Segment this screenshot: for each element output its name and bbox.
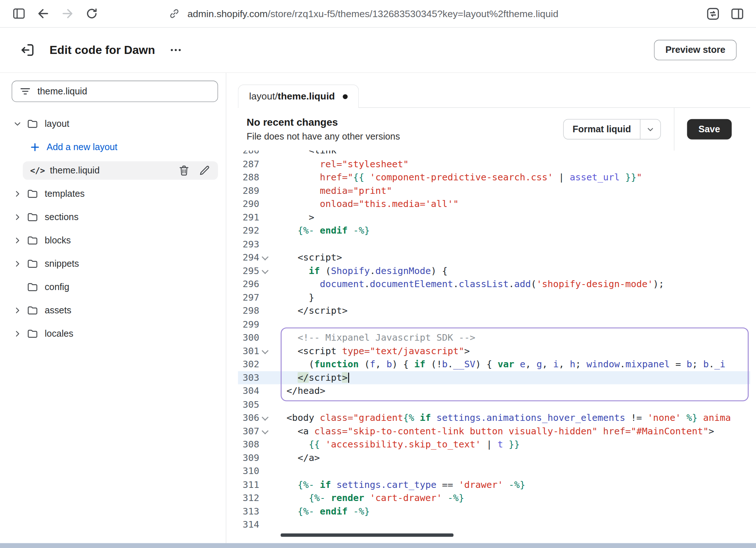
code-editor[interactable]: 286 <link287 rel="stylesheet"288 href="{…	[238, 150, 750, 543]
sidebar-item-config[interactable]: config	[12, 278, 218, 297]
tab-theme-liquid[interactable]: layout/theme.liquid	[238, 85, 359, 108]
line-number: 298	[238, 304, 259, 318]
code-text: <link	[271, 150, 336, 157]
code-line[interactable]: 301 <script type="text/javascript">	[238, 344, 750, 358]
code-line[interactable]: 311 {%- if settings.cart_type == 'drawer…	[238, 478, 750, 491]
more-menu-button[interactable]	[169, 43, 183, 57]
edit-icon[interactable]	[198, 164, 211, 177]
back-icon[interactable]	[33, 3, 54, 24]
code-text: rel="stylesheet"	[271, 157, 409, 171]
code-line[interactable]: 305	[238, 398, 750, 411]
code-line[interactable]: 312 {%- render 'cart-drawer' -%}	[238, 491, 750, 505]
reload-icon[interactable]	[82, 3, 102, 24]
line-number: 293	[238, 237, 259, 251]
code-line[interactable]: 289 media="print"	[238, 184, 750, 197]
folder-icon	[25, 234, 40, 247]
code-line[interactable]: 288 href="{{ 'component-predictive-searc…	[238, 171, 750, 184]
code-line[interactable]: 287 rel="stylesheet"	[238, 157, 750, 171]
code-line[interactable]: 290 onload="this.media='all'"	[238, 197, 750, 211]
code-line[interactable]: 308 {{ 'accessibility.skip_to_text' | t …	[238, 438, 750, 451]
code-text: media="print"	[271, 184, 392, 197]
code-line[interactable]: 297 }	[238, 291, 750, 304]
file-sidebar: layout Add a new layout </> theme.liquid	[0, 73, 226, 543]
sidebar-item-layout[interactable]: layout	[12, 115, 218, 133]
code-line[interactable]: 310	[238, 465, 750, 478]
sidebar-item-locales[interactable]: locales	[12, 325, 218, 343]
window-bottom-strip	[0, 543, 756, 548]
code-line[interactable]: 294 <script>	[238, 251, 750, 264]
code-file-icon: </>	[30, 166, 45, 176]
code-line[interactable]: 295 if (Shopify.designMode) {	[238, 264, 750, 278]
chevron-right-icon[interactable]	[12, 213, 23, 222]
code-line[interactable]: 296 document.documentElement.classList.a…	[238, 277, 750, 291]
sidebar-toggle-icon[interactable]	[9, 3, 29, 24]
fold-spacer	[259, 371, 271, 384]
line-number: 295	[238, 264, 259, 278]
sidebar-item-assets[interactable]: assets	[12, 301, 218, 320]
code-line[interactable]: 306<body class="gradient{% if settings.a…	[238, 411, 750, 424]
code-line[interactable]: 309 </a>	[238, 451, 750, 465]
line-number: 309	[238, 451, 259, 465]
code-line[interactable]: 299	[238, 317, 750, 331]
chevron-right-icon[interactable]	[12, 259, 23, 268]
folder-label: layout	[45, 118, 70, 129]
folder-icon	[25, 258, 40, 270]
fold-toggle-icon[interactable]	[259, 251, 271, 264]
line-number: 310	[238, 465, 259, 478]
format-liquid-button[interactable]: Format liquid	[564, 120, 639, 139]
fold-toggle-icon[interactable]	[259, 424, 271, 438]
sidebar-item-sections[interactable]: sections	[12, 208, 218, 227]
code-line[interactable]: 292 {%- endif -%}	[238, 224, 750, 238]
sidebar-item-theme-liquid[interactable]: </> theme.liquid	[23, 161, 218, 180]
code-text: }	[271, 291, 314, 304]
clipped-line-fragment	[281, 533, 454, 537]
code-line[interactable]: 298 </script>	[238, 304, 750, 318]
line-number: 289	[238, 184, 259, 197]
code-line[interactable]: 286 <link	[238, 150, 750, 157]
code-text	[271, 398, 287, 411]
code-line[interactable]: 304</head>	[238, 384, 750, 398]
code-text: <!-- Mixpanel Javascript SDK -->	[271, 331, 475, 344]
format-liquid-split-button: Format liquid	[563, 119, 661, 140]
fold-toggle-icon[interactable]	[259, 344, 271, 358]
code-line[interactable]: 307 <a class="skip-to-content-link butto…	[238, 424, 750, 438]
tab-bar: layout/theme.liquid	[238, 85, 750, 108]
chevron-right-icon[interactable]	[12, 189, 23, 198]
fold-spacer	[259, 438, 271, 451]
chevron-right-icon[interactable]	[12, 306, 23, 315]
address-bar[interactable]: admin.shopify.com/store/rzq1xu-f5/themes…	[168, 7, 698, 20]
chevron-right-icon[interactable]	[12, 329, 23, 338]
code-line[interactable]: 303 </script>	[238, 371, 750, 384]
line-number: 304	[238, 384, 259, 398]
fold-spacer	[259, 384, 271, 398]
code-line[interactable]: 313 {%- endif -%}	[238, 505, 750, 518]
sidebar-item-add-layout[interactable]: Add a new layout	[12, 138, 218, 157]
code-line[interactable]: 293	[238, 237, 750, 251]
delete-icon[interactable]	[178, 164, 190, 177]
code-text: (function (f, b) { if (!b.__SV) { var e,…	[271, 357, 725, 371]
chevron-right-icon[interactable]	[12, 236, 23, 245]
save-button[interactable]: Save	[687, 119, 732, 140]
file-filter-input[interactable]	[38, 86, 211, 97]
file-filter	[12, 81, 218, 102]
preview-store-button[interactable]: Preview store	[654, 40, 737, 60]
code-line[interactable]: 300 <!-- Mixpanel Javascript SDK -->	[238, 331, 750, 344]
code-line[interactable]: 314	[238, 518, 750, 531]
exit-icon[interactable]	[19, 42, 36, 58]
sidebar-item-snippets[interactable]: snippets	[12, 255, 218, 273]
fold-toggle-icon[interactable]	[259, 411, 271, 424]
code-line[interactable]: 302 (function (f, b) { if (!b.__SV) { va…	[238, 357, 750, 371]
chevron-down-icon[interactable]	[640, 120, 660, 139]
folder-icon	[25, 281, 40, 294]
code-line[interactable]: 291 >	[238, 211, 750, 224]
sidebar-item-templates[interactable]: templates	[12, 185, 218, 203]
chevron-down-icon[interactable]	[12, 120, 23, 128]
sidebar-item-blocks[interactable]: blocks	[12, 231, 218, 250]
forward-icon[interactable]	[57, 3, 78, 24]
browser-extension-icon[interactable]	[702, 3, 723, 24]
fold-toggle-icon[interactable]	[259, 264, 271, 278]
code-text	[271, 237, 287, 251]
folder-label: config	[45, 282, 70, 292]
split-view-icon[interactable]	[727, 3, 747, 24]
line-number: 286	[238, 150, 259, 157]
